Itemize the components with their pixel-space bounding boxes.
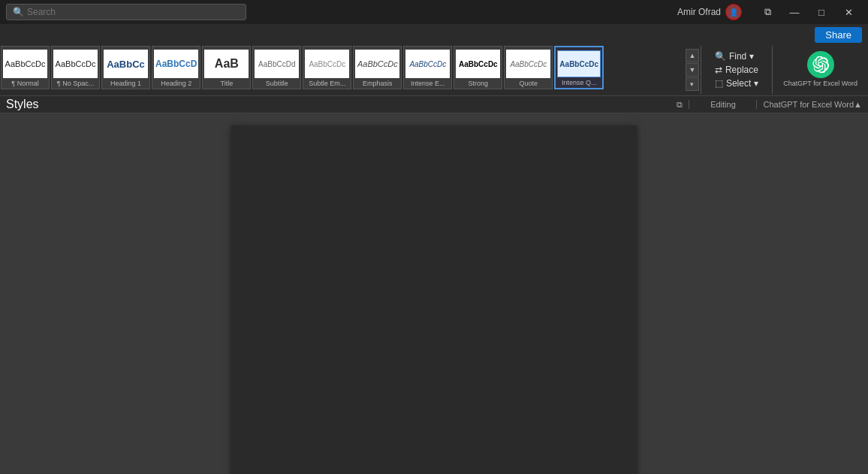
styles-expand-button[interactable]: ⧉ (677, 100, 683, 110)
window-controls: ⧉ — □ ✕ (754, 0, 862, 24)
style-preview-heading1: AaBbCc (104, 50, 148, 78)
avatar-icon: 👤 (729, 8, 738, 17)
style-label-strong: Strong (456, 80, 500, 87)
style-label-intense-q: Intense Q... (557, 79, 601, 86)
style-heading1[interactable]: AaBbCc Heading 1 (101, 46, 150, 89)
search-box[interactable]: 🔍 (6, 4, 246, 20)
share-button[interactable]: Share (815, 27, 862, 43)
style-strong[interactable]: AaBbCcDc Strong (454, 46, 502, 89)
style-preview-heading2: AaBbCcD (154, 50, 198, 78)
select-label: Select (726, 78, 751, 89)
style-preview-emphasis: AaBbCcDc (355, 50, 399, 78)
styles-row: AaBbCcDc ¶ Normal AaBbCcDc ¶ No Spac... … (0, 43, 868, 95)
style-label-quote: Quote (506, 80, 550, 87)
replace-label: Replace (725, 65, 758, 75)
chatgpt-collapse-button[interactable]: ▲ (854, 100, 862, 109)
styles-gallery: AaBbCcDc ¶ Normal AaBbCcDc ¶ No Spac... … (0, 46, 684, 94)
user-name: Amir Ofrad (677, 7, 721, 17)
chatgpt-svg (812, 56, 829, 73)
chatgpt-label: ChatGPT for Excel Word (783, 80, 857, 89)
avatar: 👤 (725, 4, 742, 20)
search-icon: 🔍 (13, 7, 24, 17)
maximize-button[interactable]: □ (808, 0, 835, 24)
style-label-heading1: Heading 1 (104, 80, 148, 87)
select-icon: ⬚ (715, 78, 723, 89)
style-label-intense-em: Intense E... (405, 80, 450, 87)
style-intense-em[interactable]: AaBbCcDc Intense E... (403, 46, 452, 89)
restore-button[interactable]: ⧉ (754, 0, 781, 24)
style-preview-intense-em: AaBbCcDc (405, 50, 450, 78)
titlebar-left: 🔍 (6, 4, 246, 20)
select-arrow-icon: ▾ (754, 78, 758, 89)
style-subtle-em[interactable]: AaBbCcDc Subtle Em... (303, 46, 351, 89)
titlebar-right: Amir Ofrad 👤 ⧉ — □ ✕ (677, 0, 862, 24)
find-arrow-icon: ▾ (749, 51, 754, 62)
styles-section-label: Styles (6, 98, 39, 111)
style-label-normal: ¶ Normal (3, 80, 47, 87)
editing-bottom-label: Editing (689, 100, 756, 109)
minimize-button[interactable]: — (781, 0, 808, 24)
ribbon: Share AaBbCcDc ¶ Normal AaBbCcDc ¶ No Sp… (0, 24, 868, 113)
chatgpt-bottom-text: ChatGPT for Excel Word (763, 100, 854, 109)
style-normal[interactable]: AaBbCcDc ¶ Normal (1, 46, 50, 89)
replace-icon: ⇄ (715, 65, 722, 75)
search-input[interactable] (27, 7, 240, 17)
find-label: Find (729, 51, 746, 62)
styles-bottom-label-row: Styles ⧉ (0, 98, 689, 111)
style-preview-no-spacing: AaBbCcDc (53, 50, 98, 78)
chatgpt-bottom-label-row: ChatGPT for Excel Word ▲ (756, 100, 868, 109)
style-quote[interactable]: AaBbCcDc Quote (504, 46, 553, 89)
style-no-spacing[interactable]: AaBbCcDc ¶ No Spac... (51, 46, 100, 89)
style-label-subtitle: Subtitle (255, 80, 299, 87)
style-emphasis[interactable]: AaBbCcDc Emphasis (353, 46, 402, 89)
chatgpt-section[interactable]: ChatGPT for Excel Word (772, 46, 868, 94)
style-label-subtle-em: Subtle Em... (305, 80, 349, 87)
editing-section: 🔍 Find ▾ ⇄ Replace ⬚ Select ▾ (701, 46, 772, 94)
gallery-scroll: ▲ ▼ ▾ (684, 46, 701, 94)
style-preview-title: AaB (204, 50, 249, 78)
chatgpt-icon (807, 51, 834, 78)
gallery-expand[interactable]: ▾ (686, 77, 699, 91)
gallery-scroll-down[interactable]: ▼ (686, 63, 699, 77)
gallery-scroll-up[interactable]: ▲ (686, 49, 699, 62)
style-preview-strong: AaBbCcDc (456, 50, 500, 78)
style-preview-intense-q: AaBbCcDc (557, 50, 601, 77)
style-preview-normal: AaBbCcDc (3, 50, 47, 78)
share-bar: Share (0, 24, 868, 43)
style-label-no-spacing: ¶ No Spac... (53, 80, 98, 87)
find-button[interactable]: 🔍 Find ▾ (710, 50, 763, 63)
find-icon: 🔍 (715, 51, 726, 62)
style-subtitle[interactable]: AaBbCcDd Subtitle (252, 46, 301, 89)
style-label-heading2: Heading 2 (154, 80, 198, 87)
style-heading2[interactable]: AaBbCcD Heading 2 (152, 46, 200, 89)
style-label-emphasis: Emphasis (355, 80, 399, 87)
select-button[interactable]: ⬚ Select ▾ (710, 77, 763, 90)
titlebar: 🔍 Amir Ofrad 👤 ⧉ — □ ✕ (0, 0, 868, 24)
close-button[interactable]: ✕ (835, 0, 862, 24)
user-info: Amir Ofrad 👤 (677, 4, 742, 20)
style-intense-q[interactable]: AaBbCcDc Intense Q... (554, 46, 604, 89)
replace-button[interactable]: ⇄ Replace (710, 63, 763, 77)
document-area (0, 113, 868, 474)
bottom-labels: Styles ⧉ Editing ChatGPT for Excel Word … (0, 95, 868, 113)
style-preview-quote: AaBbCcDc (506, 50, 550, 78)
style-preview-subtitle: AaBbCcDd (255, 50, 299, 78)
style-preview-subtle-em: AaBbCcDc (305, 50, 349, 78)
style-title[interactable]: AaB Title (202, 46, 251, 89)
style-label-title: Title (204, 80, 249, 87)
document-page[interactable] (231, 125, 637, 474)
